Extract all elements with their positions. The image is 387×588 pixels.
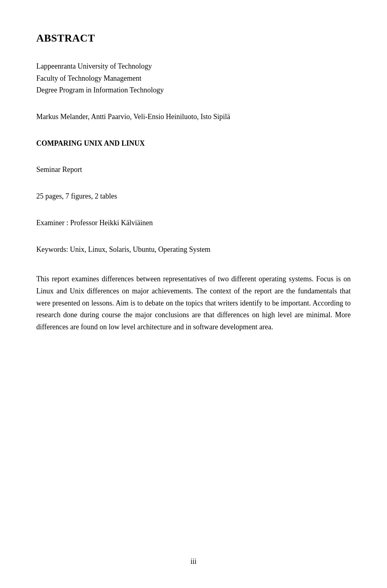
abstract-heading: ABSTRACT: [36, 32, 351, 44]
institution-block: Lappeenranta University of Technology Fa…: [36, 61, 351, 96]
pages-block: 25 pages, 7 figures, 2 tables: [36, 190, 351, 203]
faculty-name: Faculty of Technology Management: [36, 73, 351, 85]
authors-names: Markus Melander, Antti Paarvio, Veli-Ens…: [36, 111, 351, 123]
document-main-title: COMPARING UNIX AND LINUX: [36, 138, 351, 150]
authors-block: Markus Melander, Antti Paarvio, Veli-Ens…: [36, 111, 351, 123]
pages-info: 25 pages, 7 figures, 2 tables: [36, 190, 351, 203]
degree-program: Degree Program in Information Technology: [36, 84, 351, 96]
university-name: Lappeenranta University of Technology: [36, 61, 351, 73]
abstract-paragraph-1: This report examines differences between…: [36, 273, 351, 333]
examiner-info: Examiner : Professor Heikki Kälviäinen: [36, 217, 351, 229]
report-type-label: Seminar Report: [36, 164, 351, 176]
keywords-block: Keywords: Unix, Linux, Solaris, Ubuntu, …: [36, 244, 351, 256]
keywords-info: Keywords: Unix, Linux, Solaris, Ubuntu, …: [36, 244, 351, 256]
abstract-body: This report examines differences between…: [36, 273, 351, 333]
examiner-block: Examiner : Professor Heikki Kälviäinen: [36, 217, 351, 229]
report-type-block: Seminar Report: [36, 164, 351, 176]
page-number: iii: [0, 557, 387, 566]
title-block: COMPARING UNIX AND LINUX: [36, 138, 351, 150]
document-page: ABSTRACT Lappeenranta University of Tech…: [0, 0, 387, 588]
